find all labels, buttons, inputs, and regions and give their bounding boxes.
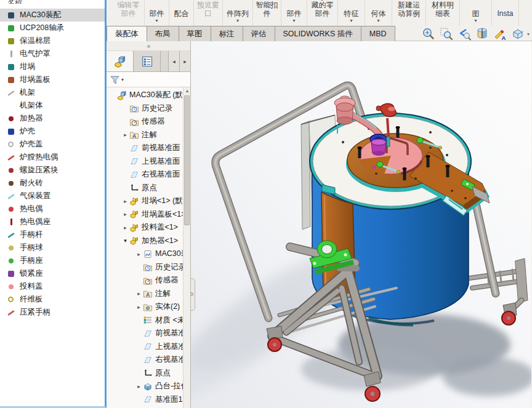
ribbon-button[interactable]: 智能扣 件 bbox=[253, 0, 281, 26]
graphics-viewport[interactable] bbox=[191, 41, 532, 408]
dropdown-arrow-icon[interactable]: ▾ bbox=[350, 18, 352, 25]
list-item[interactable]: 手柄杆 bbox=[0, 228, 105, 241]
ribbon-button[interactable]: 特征▾ bbox=[338, 0, 365, 26]
list-item[interactable]: 加热器 bbox=[0, 112, 105, 125]
tree-item[interactable]: 历史记录 bbox=[107, 261, 183, 274]
tree-item[interactable]: 原点 bbox=[107, 367, 183, 380]
tab-SOLIDWORKS 插件[interactable]: SOLIDWORKS 插件 bbox=[275, 26, 361, 41]
list-item[interactable]: 机架 bbox=[0, 86, 105, 99]
tree-item[interactable]: 上视基准面 bbox=[107, 340, 183, 354]
list-item[interactable]: 保温棉层 bbox=[0, 34, 105, 47]
tree-item[interactable]: ▸坩埚盖板<1> bbox=[107, 208, 183, 222]
scrollbar-thumb[interactable] bbox=[184, 95, 190, 225]
chevron-right-icon[interactable]: ▸ bbox=[135, 304, 143, 310]
tree-item[interactable]: 传感器 bbox=[107, 115, 183, 129]
chevron-right-icon[interactable]: ▸ bbox=[135, 251, 143, 257]
tree-item[interactable]: 历史记录 bbox=[107, 102, 183, 116]
list-item[interactable]: 手柄球 bbox=[0, 241, 105, 254]
ribbon-button[interactable]: 材料明 细表 bbox=[426, 0, 460, 26]
tree-item[interactable]: ▸MAC30装配 bbox=[107, 247, 183, 261]
section-view-icon[interactable] bbox=[475, 26, 490, 41]
tree-item[interactable]: 前视基准面 bbox=[107, 327, 183, 340]
list-item[interactable]: 锁紧座 bbox=[0, 267, 105, 280]
list-item[interactable]: 电气护罩 bbox=[0, 47, 105, 60]
tree-item[interactable]: 前视基准面 bbox=[107, 142, 183, 155]
tree-item[interactable]: ▸投料盖<1> bbox=[107, 221, 183, 234]
edit-appearance-icon[interactable]: A bbox=[493, 26, 507, 41]
chevron-right-icon[interactable]: ▸ bbox=[121, 198, 129, 204]
list-item[interactable]: 坩埚盖板 bbox=[0, 73, 105, 86]
list-item[interactable]: 炉壳盖 bbox=[0, 138, 105, 151]
dropdown-arrow-icon[interactable]: ▾ bbox=[292, 18, 295, 25]
list-item[interactable]: 炉壳 bbox=[0, 125, 105, 138]
tab-装配体[interactable]: 装配体 bbox=[107, 26, 147, 41]
list-item[interactable]: 手柄座 bbox=[0, 254, 105, 267]
tab-标注[interactable]: 标注 bbox=[211, 26, 243, 41]
chevron-right-icon[interactable]: ▸ bbox=[121, 211, 129, 217]
list-item[interactable]: 热电偶 bbox=[0, 202, 105, 215]
tab-草图[interactable]: 草图 bbox=[179, 26, 211, 41]
tree-item[interactable]: 右视基准面 bbox=[107, 168, 183, 182]
tab-布局[interactable]: 布局 bbox=[147, 26, 179, 41]
ribbon-button[interactable]: Insta bbox=[492, 0, 519, 26]
list-item[interactable]: 压紧手柄 bbox=[0, 306, 105, 319]
tree-item[interactable]: ▸A注解 bbox=[107, 287, 183, 301]
ribbon-button[interactable]: 显示隐 藏的零 部件 bbox=[307, 0, 338, 26]
tree-item[interactable]: ▸坩埚<1> (默认 bbox=[107, 194, 183, 208]
ribbon-button[interactable]: 件阵列▾ bbox=[223, 0, 253, 26]
ribbon-button[interactable]: 配合 bbox=[169, 0, 194, 26]
chevron-right-icon[interactable]: ▸ bbox=[121, 225, 129, 231]
list-item[interactable]: 投料盖 bbox=[0, 280, 105, 293]
tree-filter-bar[interactable]: ▾ bbox=[107, 72, 190, 87]
viewport-splitter-handle[interactable] bbox=[191, 278, 195, 311]
tree-item[interactable]: 右视基准面 bbox=[107, 353, 183, 367]
view-orientation-icon[interactable] bbox=[510, 26, 525, 41]
list-item[interactable]: UCP208轴承 bbox=[0, 22, 105, 34]
list-item[interactable]: 纤维板 bbox=[0, 293, 105, 306]
zoom-area-icon[interactable] bbox=[439, 26, 454, 41]
tree-item[interactable]: 原点 bbox=[107, 182, 183, 195]
list-item[interactable]: 坩埚 bbox=[0, 60, 105, 73]
previous-view-icon[interactable] bbox=[457, 26, 472, 41]
zoom-fit-icon[interactable] bbox=[421, 26, 436, 41]
tree-item[interactable]: ▸A注解 bbox=[107, 129, 183, 142]
tab-MBD[interactable]: MBD bbox=[361, 26, 395, 41]
scroll-up-icon[interactable]: ▴ bbox=[183, 87, 190, 95]
dropdown-arrow-icon[interactable]: ▾ bbox=[236, 18, 239, 25]
list-item[interactable]: 热电偶座 bbox=[0, 215, 105, 228]
ribbon-button[interactable]: 部件▾ bbox=[145, 0, 169, 26]
tree-item[interactable]: ▸凸台-拉伸1 bbox=[107, 380, 183, 393]
chevron-down-icon[interactable]: ▾ bbox=[121, 238, 129, 244]
tree-scrollbar[interactable]: ▴ bbox=[183, 87, 190, 408]
dropdown-arrow-icon[interactable]: ▾ bbox=[474, 18, 477, 25]
tab-评估[interactable]: 评估 bbox=[243, 26, 275, 41]
ribbon-button[interactable]: 何体▾ bbox=[365, 0, 392, 26]
panel-tab-scroll-left[interactable]: ◂ bbox=[168, 51, 179, 71]
list-item[interactable]: 螺旋压紧块 bbox=[0, 164, 105, 177]
list-item[interactable]: MAC30装配 bbox=[0, 9, 105, 22]
tree-item[interactable]: ▾加热器<1> bbox=[107, 234, 183, 248]
list-item[interactable]: 炉膛热电偶 bbox=[0, 151, 105, 164]
tree-item[interactable]: 传感器 bbox=[107, 274, 183, 287]
featuremanager-tree-tab[interactable] bbox=[107, 51, 134, 71]
dropdown-arrow-icon[interactable]: ▾ bbox=[377, 18, 379, 25]
dropdown-arrow-icon[interactable]: ▾ bbox=[527, 31, 530, 37]
ribbon-button[interactable]: 部件▾ bbox=[281, 0, 307, 26]
ribbon-button[interactable]: 图▾ bbox=[460, 0, 492, 26]
list-item[interactable]: 机架体 bbox=[0, 99, 105, 112]
panel-splitter[interactable] bbox=[107, 41, 190, 51]
dropdown-arrow-icon[interactable]: ▾ bbox=[155, 18, 158, 25]
tree-item[interactable]: MAC30装配 (默认 bbox=[107, 89, 183, 102]
propertymanager-tab[interactable] bbox=[134, 51, 161, 71]
tree-item[interactable]: 材质 <未指定> bbox=[107, 314, 183, 327]
chevron-right-icon[interactable]: ▸ bbox=[135, 290, 143, 297]
list-item[interactable]: 耐火砖 bbox=[0, 177, 105, 190]
panel-tab-scroll-right[interactable]: ▸ bbox=[179, 51, 190, 71]
ribbon-button[interactable]: 新建运 动算例 bbox=[392, 0, 426, 26]
chevron-right-icon[interactable]: ▸ bbox=[135, 383, 143, 390]
tree-item[interactable]: 上视基准面 bbox=[107, 155, 183, 169]
tree-item[interactable]: 基准面1 bbox=[107, 393, 183, 407]
chevron-right-icon[interactable]: ▸ bbox=[121, 132, 129, 138]
tree-item[interactable]: ▸实体(2) bbox=[107, 300, 183, 314]
list-item[interactable]: 气保装置 bbox=[0, 190, 105, 202]
